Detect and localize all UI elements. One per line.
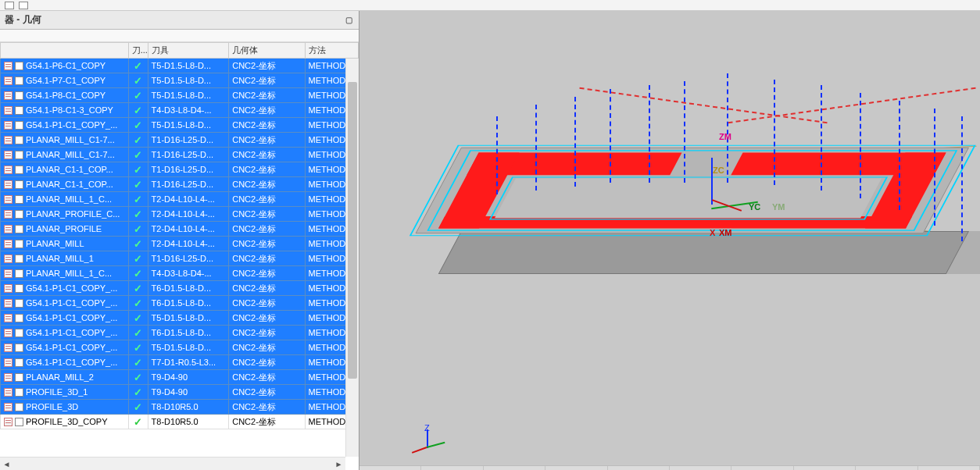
scroll-left-icon[interactable]: ◄ [1, 458, 13, 470]
scroll-thumb[interactable] [348, 82, 357, 379]
table-row[interactable]: PLANAR_MILL_1_C...✓T4-D3-L8-D4-...CNC2-坐… [1, 266, 359, 281]
table-row[interactable]: PLANAR_C1-1_COP...✓T1-D16-L25-D...CNC2-坐… [1, 177, 359, 192]
table-row[interactable]: PLANAR_MILL_C1-7...✓T1-D16-L25-D...CNC2-… [1, 133, 359, 148]
col-geometry[interactable]: 几何体 [229, 43, 305, 59]
table-row[interactable]: PLANAR_MILL_1✓T1-D16-L25-D...CNC2-坐标METH… [1, 251, 359, 266]
table-row[interactable]: G54.1-P1-C1_COPY_...✓T5-D1.5-L8-D...CNC2… [1, 118, 359, 133]
col-tool[interactable]: 刀具 [148, 43, 229, 59]
op-name-cell[interactable]: G54.1-P1-C1_COPY_... [1, 326, 129, 340]
op-name-label: PLANAR_MILL_C1-7... [26, 150, 115, 159]
check-icon: ✓ [132, 312, 145, 324]
table-row[interactable]: G54.1-P8-C1_COPY✓T5-D1.5-L8-D...CNC2-坐标M… [1, 88, 359, 103]
table-row[interactable]: G54.1-P7-C1_COPY✓T5-D1.5-L8-D...CNC2-坐标M… [1, 73, 359, 88]
op-name-cell[interactable]: G54.1-P1-C1_COPY_... [1, 340, 129, 355]
check-icon: ✓ [132, 357, 145, 369]
path-status-cell: ✓ [128, 207, 148, 222]
op-name-cell[interactable]: G54.1-P1-C1_COPY_... [1, 296, 129, 311]
table-row[interactable]: PLANAR_MILL_1_C...✓T2-D4-L10-L4-...CNC2-… [1, 192, 359, 207]
check-icon: ✓ [132, 60, 145, 72]
operation-icon [4, 210, 13, 219]
table-row[interactable]: G54.1-P1-C1_COPY_...✓T6-D1.5-L8-D...CNC2… [1, 281, 359, 296]
op-name-cell[interactable]: PLANAR_MILL_1_C... [1, 266, 129, 281]
op-name-cell[interactable]: PLANAR_MILL_1_C... [1, 192, 129, 207]
geometry-cell: CNC2-坐标 [229, 73, 305, 88]
tool-cell: T1-D16-L25-D... [148, 162, 229, 177]
graphics-viewport[interactable]: ZM ZC YC YM XM X Z [359, 11, 980, 470]
table-row[interactable]: PLANAR_MILL_C1-7...✓T1-D16-L25-D...CNC2-… [1, 148, 359, 162]
operation-icon [4, 418, 13, 426]
vertical-scrollbar[interactable] [345, 59, 359, 457]
op-name-cell[interactable]: PLANAR_MILL_1 [1, 251, 129, 266]
op-name-cell[interactable]: G54.1-P1-C1_COPY_... [1, 311, 129, 326]
operation-icon [4, 329, 13, 337]
toolbar-icon[interactable] [19, 2, 28, 9]
op-name-cell[interactable]: PROFILE_3D_1 [1, 385, 129, 400]
scroll-right-icon[interactable]: ► [333, 458, 345, 470]
op-name-cell[interactable]: PLANAR_PROFILE_C... [1, 207, 129, 222]
operation-table[interactable]: 刀... 刀具 几何体 方法 G54.1-P6-C1_COPY✓T5-D1.5-… [0, 42, 359, 429]
op-name-cell[interactable]: PROFILE_3D [1, 400, 129, 415]
table-row[interactable]: G54.1-P8-C1-3_COPY✓T4-D3-L8-D4-...CNC2-坐… [1, 103, 359, 118]
op-name-cell[interactable]: G54.1-P6-C1_COPY [1, 59, 129, 73]
tool-axis-dash [821, 85, 822, 190]
table-row[interactable]: PLANAR_MILL✓T2-D4-L10-L4-...CNC2-坐标METHO… [1, 237, 359, 251]
path-status-cell: ✓ [128, 222, 148, 237]
op-name-cell[interactable]: PROFILE_3D_COPY [1, 415, 129, 429]
operation-icon [4, 284, 13, 293]
table-row[interactable]: PROFILE_3D_1✓T9-D4-90CNC2-坐标METHOD [1, 385, 359, 400]
op-name-cell[interactable]: PLANAR_MILL [1, 237, 129, 251]
tool-cell: T2-D4-L10-L4-... [148, 192, 229, 207]
geometry-cell: CNC2-坐标 [229, 207, 305, 222]
close-icon[interactable]: ▢ [343, 15, 354, 26]
col-name[interactable] [1, 43, 129, 59]
table-row[interactable]: PLANAR_PROFILE✓T2-D4-L10-L4-...CNC2-坐标ME… [1, 222, 359, 237]
op-name-label: PLANAR_MILL_C1-7... [26, 135, 115, 144]
table-row[interactable]: PLANAR_PROFILE_C...✓T2-D4-L10-L4-...CNC2… [1, 207, 359, 222]
horizontal-scrollbar[interactable]: ◄ ► [0, 457, 345, 470]
op-name-cell[interactable]: PLANAR_PROFILE [1, 222, 129, 237]
table-row[interactable]: G54.1-P1-C1_COPY_...✓T5-D1.5-L8-D...CNC2… [1, 340, 359, 355]
operation-icon [4, 344, 13, 352]
table-row[interactable]: G54.1-P1-C1_COPY_...✓T5-D1.5-L8-D...CNC2… [1, 311, 359, 326]
table-row[interactable]: PLANAR_MILL_2✓T9-D4-90CNC2-坐标METHOD [1, 370, 359, 385]
op-name-cell[interactable]: PLANAR_C1-1_COP... [1, 162, 129, 177]
operation-type-icon [15, 180, 23, 189]
path-status-cell: ✓ [128, 355, 148, 370]
tool-axis-dash [496, 116, 498, 194]
op-name-cell[interactable]: G54.1-P7-C1_COPY [1, 73, 129, 88]
table-row[interactable]: G54.1-P1-C1_COPY_...✓T6-D1.5-L8-D...CNC2… [1, 326, 359, 340]
table-row[interactable]: PLANAR_C1-1_COP...✓T1-D16-L25-D...CNC2-坐… [1, 162, 359, 177]
op-name-cell[interactable]: G54.1-P1-C1_COPY_... [1, 118, 129, 133]
col-pathstatus[interactable]: 刀... [128, 43, 148, 59]
tool-axis-dash [727, 73, 728, 183]
triad-x-line [412, 447, 427, 454]
table-row[interactable]: PROFILE_3D✓T8-D10R5.0CNC2-坐标METHOD [1, 400, 359, 415]
op-name-cell[interactable]: PLANAR_C1-1_COP... [1, 177, 129, 192]
op-name-cell[interactable]: G54.1-P8-C1_COPY [1, 88, 129, 103]
col-method[interactable]: 方法 [305, 43, 358, 59]
table-row[interactable]: G54.1-P1-C1_COPY_...✓T7-D1-R0.5-L3...CNC… [1, 355, 359, 370]
geometry-cell: CNC2-坐标 [229, 281, 305, 296]
path-status-cell: ✓ [128, 88, 148, 103]
table-row[interactable]: PROFILE_3D_COPY✓T8-D10R5.0CNC2-坐标METHOD [1, 415, 359, 429]
timeline-bar[interactable] [359, 465, 980, 470]
op-name-cell[interactable]: G54.1-P1-C1_COPY_... [1, 281, 129, 296]
operation-type-icon [15, 403, 23, 411]
geometry-cell: CNC2-坐标 [229, 133, 305, 148]
operation-type-icon [15, 77, 23, 85]
path-status-cell: ✓ [128, 415, 148, 429]
tool-axis-dash [961, 116, 963, 241]
table-row[interactable]: G54.1-P1-C1_COPY_...✓T6-D1.5-L8-D...CNC2… [1, 296, 359, 311]
geometry-cell: CNC2-坐标 [229, 385, 305, 400]
table-row[interactable]: G54.1-P6-C1_COPY✓T5-D1.5-L8-D...CNC2-坐标M… [1, 59, 359, 73]
tool-cell: T7-D1-R0.5-L3... [148, 355, 229, 370]
op-name-cell[interactable]: G54.1-P1-C1_COPY_... [1, 355, 129, 370]
tool-cell: T5-D1.5-L8-D... [148, 311, 229, 326]
op-name-cell[interactable]: PLANAR_MILL_C1-7... [1, 133, 129, 148]
toolbar-icon[interactable] [5, 2, 14, 9]
op-name-cell[interactable]: PLANAR_MILL_2 [1, 370, 129, 385]
op-name-cell[interactable]: PLANAR_MILL_C1-7... [1, 148, 129, 162]
operation-type-icon [15, 299, 23, 308]
path-status-cell: ✓ [128, 251, 148, 266]
op-name-cell[interactable]: G54.1-P8-C1-3_COPY [1, 103, 129, 118]
